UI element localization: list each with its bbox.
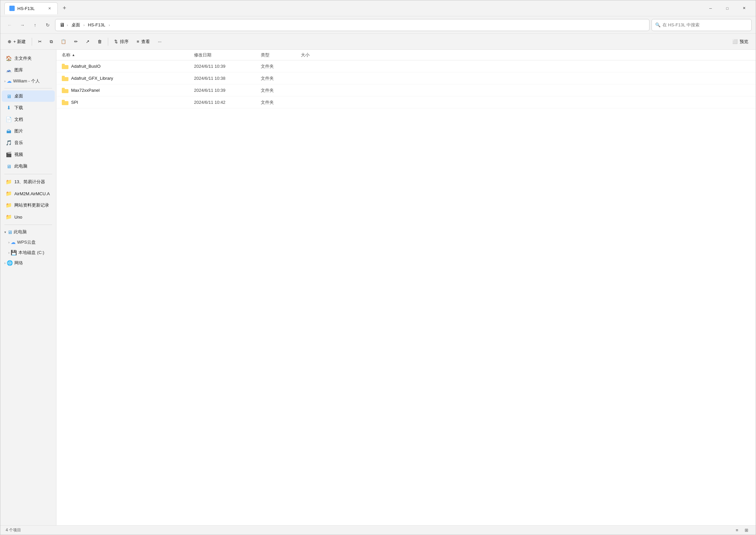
new-tab-button[interactable]: +	[59, 3, 70, 14]
back-button[interactable]: ←	[4, 20, 15, 30]
close-button[interactable]: ✕	[736, 3, 752, 14]
sidebar-item-music[interactable]: 🎵 音乐 📌	[2, 137, 55, 149]
new-label: + 新建	[13, 39, 26, 45]
file-name-3: SPI	[56, 100, 190, 105]
new-button[interactable]: ⊕ + 新建	[4, 36, 29, 47]
network-icon: 🌐	[7, 260, 13, 266]
tab-close-button[interactable]: ✕	[46, 5, 53, 12]
table-row[interactable]: SPI 2024/6/11 10:42 文件夹	[56, 96, 756, 108]
table-row[interactable]: Adafruit_GFX_Library 2024/6/11 10:38 文件夹	[56, 72, 756, 84]
file-list-header: 名称 ▲ 修改日期 类型 大小	[56, 50, 756, 60]
sidebar-item-local-disk[interactable]: › 💾 本地磁盘 (C:)	[2, 248, 55, 258]
sidebar-wps-label: WPS云盘	[17, 239, 36, 245]
sidebar-home-label: 主文件夹	[14, 55, 32, 61]
cut-button[interactable]: ✂	[35, 36, 45, 47]
grid-view-button[interactable]: ⊞	[742, 527, 750, 534]
sidebar-item-desktop[interactable]: 🖥 桌面 📌	[2, 90, 55, 102]
disk-icon: 💾	[11, 250, 17, 256]
table-row[interactable]: Adafruit_BusIO 2024/6/11 10:39 文件夹	[56, 60, 756, 72]
file-name-text-0: Adafruit_BusIO	[71, 64, 101, 69]
col-header-type[interactable]: 类型	[257, 52, 297, 58]
forward-button[interactable]: →	[17, 20, 28, 30]
wps-icon: ☁	[11, 239, 16, 245]
title-bar: HS-F13L ✕ + ─ □ ✕	[0, 0, 756, 16]
sidebar-item-uno[interactable]: 📁 Uno	[2, 211, 55, 223]
preview-icon: ⬜	[732, 39, 738, 44]
music-icon: 🎵	[6, 140, 12, 146]
file-date-2: 2024/6/11 10:39	[190, 88, 257, 93]
sidebar-item-cloud-expand[interactable]: › ☁ William - 个人	[2, 76, 55, 86]
sidebar-folder3-label: 网站资料更新记录	[14, 202, 49, 208]
col-header-size[interactable]: 大小	[297, 52, 337, 58]
sidebar-network-label: 网络	[14, 260, 23, 266]
table-row[interactable]: Max72xxPanel 2024/6/11 10:39 文件夹	[56, 84, 756, 96]
view-button[interactable]: ≡ 查看	[133, 36, 153, 47]
more-button[interactable]: ···	[155, 36, 165, 47]
sidebar-item-video[interactable]: 🎬 视频 📌	[2, 149, 55, 160]
expand-arrow-wps: ›	[8, 241, 9, 244]
toolbar-separator-1	[32, 38, 32, 46]
file-name-text-1: Adafruit_GFX_Library	[71, 76, 113, 81]
address-path[interactable]: 🖥 › 桌面 › HS-F13L ›	[55, 19, 649, 31]
file-date-3: 2024/6/11 10:42	[190, 100, 257, 105]
folder-icon-3	[62, 100, 68, 105]
new-icon: ⊕	[8, 39, 11, 44]
sidebar-item-network[interactable]: › 🌐 网络	[2, 258, 55, 268]
sidebar-video-label: 视频	[14, 152, 23, 158]
up-button[interactable]: ↑	[30, 20, 40, 30]
sidebar-item-gallery[interactable]: 🗻 图库	[2, 64, 55, 76]
sidebar-item-pictures[interactable]: 🏔 图片 📌	[2, 125, 55, 137]
sidebar-music-label: 音乐	[14, 140, 23, 146]
search-input[interactable]	[663, 22, 748, 27]
share-button[interactable]: ↗	[82, 36, 93, 47]
paste-button[interactable]: 📋	[57, 36, 69, 47]
file-name-text-3: SPI	[71, 100, 78, 105]
maximize-button[interactable]: □	[720, 3, 735, 14]
desktop-icon: 🖥	[6, 93, 12, 99]
refresh-button[interactable]: ↻	[42, 20, 53, 30]
file-type-1: 文件夹	[257, 75, 297, 81]
sidebar-item-this-pc-expand[interactable]: ▾ 🖥 此电脑	[2, 227, 55, 237]
search-icon: 🔍	[655, 22, 660, 27]
expand-arrow-disk: ›	[8, 251, 9, 255]
file-date-1: 2024/6/11 10:38	[190, 76, 257, 81]
sidebar-this-pc-pinned-label: 此电脑	[14, 163, 27, 169]
expand-arrow-network: ›	[4, 261, 5, 265]
list-view-button[interactable]: ≡	[733, 527, 741, 534]
search-box[interactable]: 🔍	[651, 19, 752, 31]
col-header-name[interactable]: 名称 ▲	[56, 52, 190, 58]
sidebar-item-folder1[interactable]: 📁 13、简易计分器	[2, 176, 55, 188]
sidebar-item-folder2[interactable]: 📁 AirM2M.AirMCU.A	[2, 188, 55, 199]
expand-arrow-cloud: ›	[4, 79, 5, 83]
sidebar-item-download[interactable]: ⬇ 下载 📌	[2, 102, 55, 113]
sidebar-item-folder3[interactable]: 📁 网站资料更新记录	[2, 200, 55, 211]
sidebar-pictures-label: 图片	[14, 128, 23, 134]
sidebar-folder1-label: 13、简易计分器	[14, 179, 45, 185]
path-folder[interactable]: HS-F13L	[86, 22, 107, 28]
pictures-icon: 🏔	[6, 128, 12, 134]
tab-label: HS-F13L	[17, 6, 35, 11]
folder-icon-2	[62, 88, 68, 93]
copy-button[interactable]: ⧉	[46, 36, 56, 47]
preview-button[interactable]: ⬜ 预览	[729, 36, 752, 47]
file-type-2: 文件夹	[257, 87, 297, 93]
delete-button[interactable]: 🗑	[94, 36, 105, 47]
folder-icon-1	[62, 76, 68, 81]
tab-folder-icon	[9, 6, 15, 11]
minimize-button[interactable]: ─	[703, 3, 718, 14]
active-tab[interactable]: HS-F13L ✕	[4, 2, 58, 14]
col-header-date[interactable]: 修改日期	[190, 52, 257, 58]
sidebar-item-wps[interactable]: › ☁ WPS云盘	[2, 237, 55, 247]
sort-button[interactable]: ⇅ 排序	[111, 36, 132, 47]
sidebar-disk-label: 本地磁盘 (C:)	[18, 250, 44, 256]
sidebar-divider-3	[4, 225, 52, 225]
sidebar-item-docs[interactable]: 📄 文档 📌	[2, 114, 55, 125]
sidebar-item-home[interactable]: 🏠 主文件夹	[2, 53, 55, 64]
file-type-3: 文件夹	[257, 99, 297, 105]
sort-label: 排序	[120, 39, 129, 45]
rename-button[interactable]: ✏	[71, 36, 81, 47]
view-buttons: ≡ ⊞	[733, 527, 750, 534]
sidebar-uno-label: Uno	[14, 215, 22, 220]
sidebar-item-this-pc-pinned[interactable]: 🖥 此电脑 📌	[2, 161, 55, 172]
path-desktop[interactable]: 桌面	[70, 21, 81, 29]
